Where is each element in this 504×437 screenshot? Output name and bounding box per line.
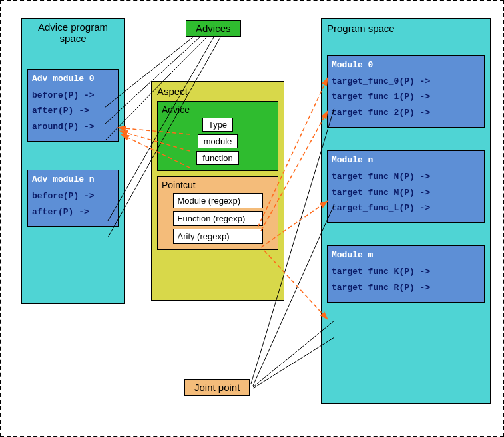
prog-module-0-line-1: target_func_1(P) ->	[332, 89, 480, 104]
prog-module-n-line-1: target_func_M(P) ->	[332, 185, 480, 200]
adv-module-0: Adv module 0 before(P) -> after(P) -> ar…	[27, 69, 119, 142]
adv-module-0-line-2: around(P) ->	[32, 119, 114, 134]
adv-module-0-title: Adv module 0	[32, 74, 114, 84]
adv-module-n-line-1: after(P) ->	[32, 204, 114, 219]
adv-module-0-line-1: after(P) ->	[32, 103, 114, 118]
joint-point-label: Joint point	[184, 379, 250, 396]
pointcut-item-module: Module (regexp)	[173, 193, 263, 208]
prog-module-0-line-2: target_func_2(P) ->	[332, 105, 480, 120]
diagram-canvas: Advice program space Adv module 0 before…	[0, 0, 504, 437]
advice-box: Advice Type module function	[157, 101, 278, 171]
advices-label: Advices	[186, 20, 241, 37]
adv-module-n-line-0: before(P) ->	[32, 188, 114, 204]
adv-module-n-title: Adv module n	[32, 174, 114, 184]
program-space-title: Program space	[322, 19, 490, 38]
prog-module-n-line-0: target_func_N(P) ->	[332, 169, 480, 184]
adv-module-n: Adv module n before(P) -> after(P) ->	[27, 170, 119, 227]
advice-program-space: Advice program space Adv module 0 before…	[21, 18, 125, 304]
prog-module-0-title: Module 0	[332, 60, 480, 70]
pointcut-item-function: Function (regexp)	[173, 211, 263, 226]
advice-item-module: module	[198, 134, 238, 148]
aspect-box: Aspect Advice Type module function Point…	[151, 81, 284, 301]
pointcut-box: Pointcut Module (regexp) Function (regex…	[157, 176, 278, 250]
prog-module-m-line-0: target_func_K(P) ->	[332, 264, 480, 279]
prog-module-n-title: Module n	[332, 155, 480, 165]
advice-item-type: Type	[202, 118, 233, 132]
prog-module-0: Module 0 target_func_0(P) -> target_func…	[327, 55, 485, 128]
prog-module-m-line-1: target_func_R(P) ->	[332, 280, 480, 295]
advice-box-title: Advice	[162, 104, 274, 115]
prog-module-m-title: Module m	[332, 250, 480, 260]
prog-module-0-line-0: target_func_0(P) ->	[332, 74, 480, 89]
pointcut-item-arity: Arity (regexp)	[173, 229, 263, 244]
prog-module-n: Module n target_func_N(P) -> target_func…	[327, 150, 485, 223]
program-space: Program space Module 0 target_func_0(P) …	[321, 18, 491, 404]
pointcut-box-title: Pointcut	[162, 180, 274, 190]
aspect-title: Aspect	[152, 82, 284, 101]
advice-item-function: function	[196, 151, 239, 165]
prog-module-m: Module m target_func_K(P) -> target_func…	[327, 245, 485, 303]
advice-program-space-title: Advice program space	[22, 19, 124, 47]
adv-module-0-line-0: before(P) ->	[32, 88, 114, 103]
prog-module-n-line-2: target_func_L(P) ->	[332, 200, 480, 216]
